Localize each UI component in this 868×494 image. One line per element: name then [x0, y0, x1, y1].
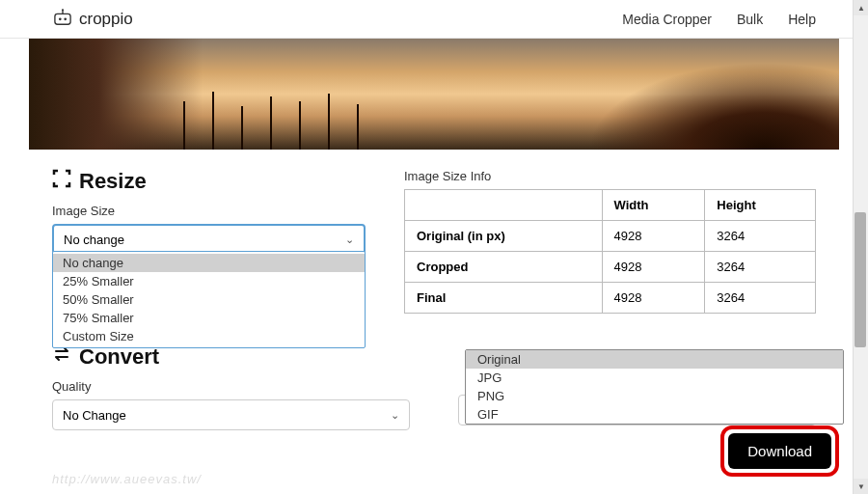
format-option[interactable]: GIF — [466, 405, 843, 424]
nav-media-cropper[interactable]: Media Cropper — [622, 12, 712, 27]
resize-section-title: Resize — [52, 169, 366, 194]
table-row: Cropped 4928 3264 — [405, 252, 816, 283]
vertical-scrollbar[interactable]: ▲ ▼ — [853, 0, 868, 494]
main-nav: Media Cropper Bulk Help — [622, 12, 816, 27]
scroll-down-arrow[interactable]: ▼ — [854, 479, 868, 494]
svg-rect-0 — [55, 14, 70, 24]
brand-name: croppio — [79, 10, 133, 29]
scrollbar-thumb[interactable] — [854, 212, 866, 347]
format-option[interactable]: PNG — [466, 387, 843, 405]
table-row: Original (in px) 4928 3264 — [405, 221, 816, 252]
image-size-dropdown[interactable]: No change 25% Smaller 50% Smaller 75% Sm… — [52, 251, 366, 348]
watermark-text: http://www.aueevas.tw/ — [52, 472, 202, 486]
quality-label: Quality — [52, 379, 410, 394]
image-size-option[interactable]: No change — [53, 254, 365, 272]
chevron-down-icon: ⌄ — [345, 233, 354, 246]
format-option[interactable]: JPG — [466, 369, 843, 387]
svg-point-4 — [62, 9, 64, 11]
chevron-down-icon: ⌄ — [391, 409, 399, 422]
svg-point-2 — [64, 17, 67, 20]
robot-icon — [52, 9, 73, 30]
image-size-option[interactable]: 25% Smaller — [53, 272, 365, 290]
format-dropdown[interactable]: Original JPG PNG GIF — [465, 349, 844, 425]
image-size-option[interactable]: Custom Size — [53, 327, 365, 345]
table-row: Final 4928 3264 — [405, 283, 816, 314]
brand-logo[interactable]: croppio — [52, 9, 133, 30]
quality-select[interactable]: No Change ⌄ — [52, 399, 410, 430]
image-size-label: Image Size — [52, 204, 366, 218]
image-size-option[interactable]: 50% Smaller — [53, 290, 365, 309]
nav-bulk[interactable]: Bulk — [737, 12, 763, 27]
app-header: croppio Media Cropper Bulk Help — [0, 0, 868, 39]
image-size-info-label: Image Size Info — [404, 169, 816, 183]
crop-corners-icon — [52, 169, 71, 194]
preview-image — [29, 39, 839, 150]
svg-point-1 — [59, 17, 62, 20]
scroll-up-arrow[interactable]: ▲ — [854, 0, 868, 15]
size-info-table: Width Height Original (in px) 4928 3264 … — [404, 189, 816, 314]
format-option[interactable]: Original — [466, 350, 843, 369]
download-button[interactable]: Download — [728, 433, 831, 469]
table-header-row: Width Height — [405, 190, 816, 221]
image-size-option[interactable]: 75% Smaller — [53, 309, 365, 327]
nav-help[interactable]: Help — [788, 12, 816, 27]
download-highlight: Download — [720, 425, 839, 477]
